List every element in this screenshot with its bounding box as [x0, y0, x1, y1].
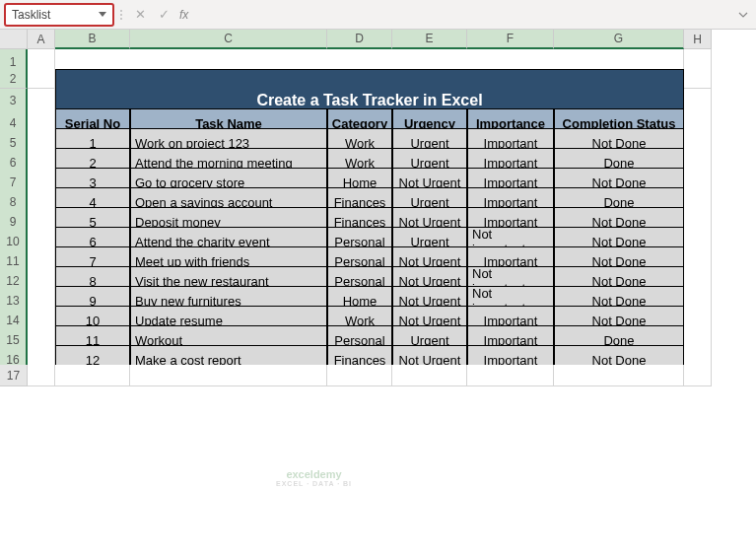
column-header[interactable]: A	[28, 30, 55, 49]
fx-label[interactable]: fx	[175, 8, 188, 22]
cell[interactable]	[28, 365, 55, 386]
column-header[interactable]: H	[684, 30, 712, 49]
column-header[interactable]: C	[130, 30, 327, 49]
cancel-icon[interactable]: ✕	[128, 4, 152, 26]
chevron-down-icon[interactable]	[99, 12, 106, 17]
watermark: exceldemy EXCEL · DATA · BI	[276, 468, 352, 487]
cell[interactable]	[28, 69, 55, 89]
column-header[interactable]: G	[554, 30, 684, 49]
column-header[interactable]: B	[55, 30, 130, 49]
column-header[interactable]: E	[392, 30, 467, 49]
row-header[interactable]: 17	[0, 365, 28, 386]
cell[interactable]	[684, 69, 712, 89]
worksheet-grid[interactable]: ABCDEFGH12Create a Task Tracker in Excel…	[0, 30, 756, 385]
row-header[interactable]: 2	[0, 69, 28, 89]
separator	[118, 4, 124, 26]
expand-formula-bar-icon[interactable]	[734, 4, 752, 26]
column-header[interactable]: D	[327, 30, 392, 49]
cell[interactable]	[392, 365, 467, 386]
cell[interactable]	[55, 365, 130, 386]
formula-bar: Tasklist ✕ ✓ fx	[0, 0, 756, 30]
cell[interactable]	[554, 365, 684, 386]
table-title: Create a Task Tracker in Excel	[55, 69, 684, 112]
name-box[interactable]: Tasklist	[4, 3, 114, 27]
cell[interactable]	[327, 365, 392, 386]
cell[interactable]	[684, 365, 712, 386]
formula-input[interactable]	[188, 4, 734, 26]
confirm-icon[interactable]: ✓	[152, 4, 175, 26]
column-header[interactable]: F	[467, 30, 554, 49]
cell[interactable]	[130, 365, 327, 386]
cell[interactable]	[467, 365, 554, 386]
name-box-value: Tasklist	[12, 8, 99, 22]
select-all-corner[interactable]	[0, 30, 28, 49]
